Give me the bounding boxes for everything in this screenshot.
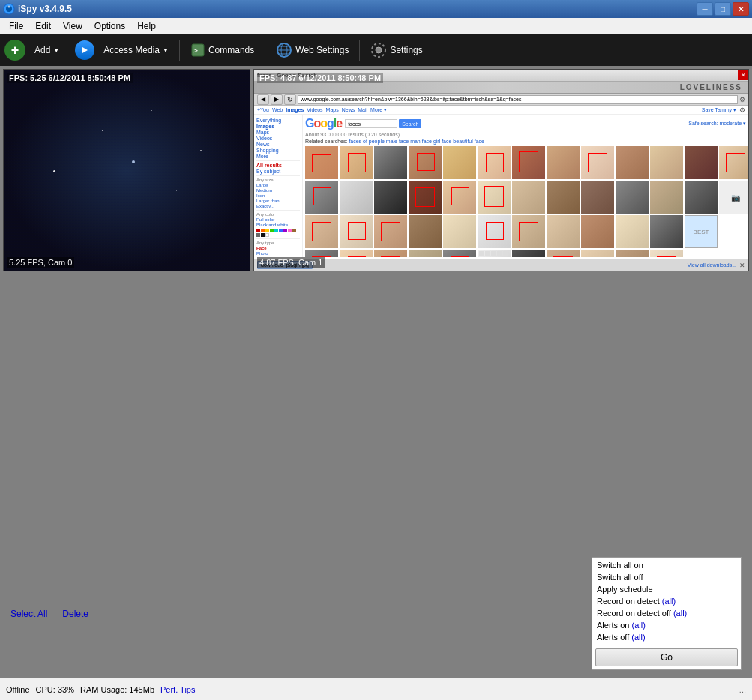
face-thumb-4-8[interactable]: [547, 250, 580, 257]
face-thumb-2-11[interactable]: [650, 181, 683, 214]
face-thumb-1-13[interactable]: [719, 146, 748, 179]
cmd-switch-all-off[interactable]: Switch all off: [594, 571, 739, 583]
face-thumb-4-1[interactable]: [305, 250, 338, 257]
face-thumb-2-3[interactable]: [374, 181, 407, 214]
face-thumb-3-badge[interactable]: BEST: [685, 215, 718, 248]
face-thumb-1-1[interactable]: [305, 146, 338, 179]
sidebar-videos[interactable]: Videos: [256, 136, 300, 141]
sidebar-everything[interactable]: Everything: [256, 118, 300, 123]
sidebar-bw[interactable]: Black and white: [256, 223, 300, 227]
color-white[interactable]: [265, 233, 269, 237]
menu-file[interactable]: File: [3, 19, 29, 33]
face-thumb-3-5[interactable]: [443, 215, 476, 248]
face-thumb-1-3[interactable]: [374, 146, 407, 179]
menu-help[interactable]: Help: [131, 19, 162, 33]
face-thumb-1-9[interactable]: [581, 146, 614, 179]
google-settings-gear[interactable]: ⚙: [739, 106, 745, 114]
menu-edit[interactable]: Edit: [29, 19, 57, 33]
sidebar-more[interactable]: More: [256, 154, 300, 159]
sidebar-large[interactable]: Large: [256, 183, 300, 187]
sidebar-full-color[interactable]: Full color: [256, 217, 300, 222]
browser-refresh-btn[interactable]: ↻: [284, 94, 296, 105]
face-thumb-2-10[interactable]: [616, 181, 649, 214]
face-thumb-2-7[interactable]: [512, 181, 545, 214]
sidebar-all-results[interactable]: All results: [256, 163, 300, 168]
face-thumb-3-10[interactable]: [616, 215, 649, 248]
cmd-record-detect-all[interactable]: Record on detect (all): [594, 595, 739, 607]
color-blue[interactable]: [279, 229, 283, 232]
cmd-apply-schedule[interactable]: Apply schedule: [594, 583, 739, 595]
sidebar-shopping[interactable]: Shopping: [256, 148, 300, 153]
color-purple[interactable]: [283, 229, 287, 232]
sidebar-maps[interactable]: Maps: [256, 130, 300, 135]
cmd-alerts-on-all[interactable]: Alerts on (all): [594, 619, 739, 631]
sidebar-medium[interactable]: Medium: [256, 188, 300, 193]
delete-link[interactable]: Delete: [62, 609, 88, 619]
google-nav-maps[interactable]: Maps: [326, 107, 339, 112]
color-red[interactable]: [256, 229, 260, 232]
color-pink[interactable]: [288, 229, 292, 232]
web-settings-button[interactable]: Web Settings: [270, 38, 355, 62]
google-nav-videos[interactable]: Videos: [307, 107, 322, 112]
face-thumb-1-4[interactable]: [409, 146, 442, 179]
face-thumb-2-icons[interactable]: 📷: [719, 181, 748, 214]
color-orange[interactable]: [261, 229, 265, 232]
face-thumb-1-5[interactable]: [443, 146, 476, 179]
face-thumb-1-6[interactable]: [478, 146, 511, 179]
color-gray[interactable]: [256, 233, 260, 237]
sidebar-by-subject[interactable]: By subject: [256, 169, 300, 174]
download-bar-close[interactable]: ✕: [739, 262, 745, 269]
browser-forward-btn[interactable]: ▶: [271, 94, 283, 105]
face-thumb-2-1[interactable]: [305, 181, 338, 214]
minimize-button[interactable]: ─: [697, 2, 713, 16]
face-thumb-3-9[interactable]: [581, 215, 614, 248]
camera-0-panel[interactable]: FPS: 5.25 6/12/2011 8:50:48 PM 5.25 FPS,…: [3, 69, 250, 271]
face-thumb-3-4[interactable]: [409, 215, 442, 248]
face-thumb-2-2[interactable]: [340, 181, 373, 214]
face-thumb-1-7[interactable]: [512, 146, 545, 179]
browser-close-btn[interactable]: ✕: [738, 70, 748, 80]
color-yellow[interactable]: [265, 229, 269, 232]
face-thumb-3-11[interactable]: [650, 215, 683, 248]
face-thumb-2-6[interactable]: [478, 181, 511, 214]
perf-tips-link[interactable]: Perf. Tips: [160, 685, 195, 694]
sidebar-icon[interactable]: Icon: [256, 193, 300, 198]
face-thumb-4-9[interactable]: [581, 250, 614, 257]
face-thumb-2-4[interactable]: [409, 181, 442, 214]
commands-button[interactable]: >_ Commands: [184, 38, 260, 62]
search-button[interactable]: Search: [399, 119, 421, 128]
google-signin[interactable]: Save Tammy ▾: [702, 107, 736, 113]
google-nav-images[interactable]: Images: [286, 107, 304, 112]
color-brown[interactable]: [292, 229, 296, 232]
google-nav-search[interactable]: +You: [257, 107, 269, 112]
face-thumb-4-4[interactable]: [409, 250, 442, 257]
face-thumb-2-8[interactable]: [547, 181, 580, 214]
color-teal[interactable]: [274, 229, 278, 232]
camera-1-panel[interactable]: FPS: 4.87 6/12/2011 8:50:48 PM faces - G…: [253, 69, 749, 271]
face-thumb-1-2[interactable]: [340, 146, 373, 179]
face-thumb-2-9[interactable]: [581, 181, 614, 214]
sidebar-face-type[interactable]: Face: [256, 246, 300, 250]
sidebar-photo[interactable]: Photo: [256, 251, 300, 256]
face-thumb-3-2[interactable]: [340, 215, 373, 248]
color-green[interactable]: [270, 229, 274, 232]
cmd-record-detect-off-all[interactable]: Record on detect off (all): [594, 607, 739, 619]
add-button[interactable]: Add ▼: [28, 38, 65, 62]
face-thumb-4-3[interactable]: [374, 250, 407, 257]
face-thumb-1-10[interactable]: [616, 146, 649, 179]
access-media-button[interactable]: Access Media ▼: [97, 38, 175, 62]
google-nav-more[interactable]: More ▾: [370, 107, 387, 113]
select-all-link[interactable]: Select All: [10, 609, 47, 619]
browser-address-input[interactable]: [298, 95, 738, 104]
sidebar-larger-than[interactable]: Larger than...: [256, 199, 300, 203]
face-thumb-4-5[interactable]: [443, 250, 476, 257]
close-button[interactable]: ✕: [733, 2, 749, 16]
settings-button[interactable]: Settings: [364, 38, 428, 62]
face-thumb-2-12[interactable]: [685, 181, 718, 214]
cmd-switch-all-on[interactable]: Switch all on: [594, 559, 739, 571]
face-thumb-1-11[interactable]: [650, 146, 683, 179]
search-input[interactable]: [345, 119, 397, 128]
face-thumb-3-6[interactable]: [478, 215, 511, 248]
google-nav-mail[interactable]: Mail: [358, 107, 367, 112]
face-thumb-4-2[interactable]: [340, 250, 373, 257]
